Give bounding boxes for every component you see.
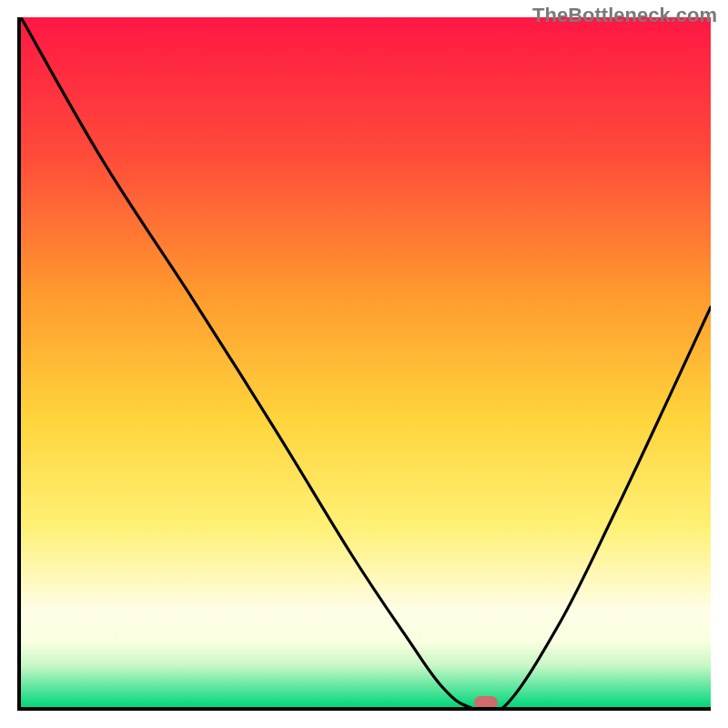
- chart-plot-area: [17, 17, 711, 711]
- bottleneck-curve: [21, 17, 711, 707]
- bottleneck-curve-path: [21, 17, 711, 707]
- optimal-point-marker: [474, 696, 498, 709]
- watermark-text: TheBottleneck.com: [532, 4, 717, 27]
